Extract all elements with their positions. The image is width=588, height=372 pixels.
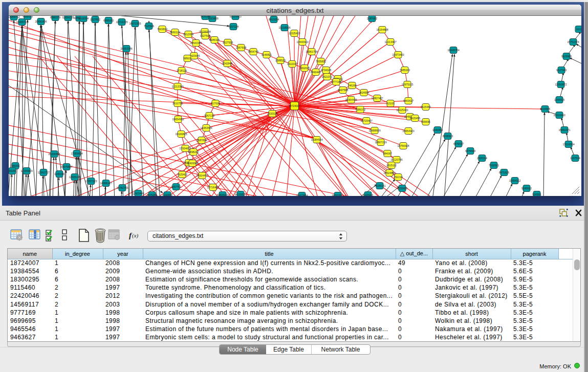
svg-text:10973493: 10973493 (392, 53, 404, 56)
svg-text:15751074: 15751074 (567, 40, 579, 43)
svg-text:1145194: 1145194 (54, 172, 64, 176)
svg-text:4192832: 4192832 (162, 193, 172, 196)
svg-text:1226916: 1226916 (363, 193, 373, 196)
svg-text:1733426: 1733426 (397, 187, 407, 190)
svg-text:18724007: 18724007 (289, 104, 300, 107)
svg-text:02654235: 02654235 (62, 16, 74, 19)
svg-text:5498222: 5498222 (188, 150, 199, 154)
svg-text:1244415: 1244415 (554, 98, 564, 101)
svg-text:7632621: 7632621 (489, 164, 499, 167)
svg-text:1588520: 1588520 (275, 59, 286, 62)
svg-text:19654952: 19654952 (172, 118, 184, 121)
svg-text:9327508: 9327508 (223, 41, 233, 44)
svg-text:14353594: 14353594 (200, 126, 212, 129)
svg-text:8471626: 8471626 (499, 171, 509, 174)
svg-text:19654923: 19654923 (402, 129, 414, 133)
svg-text:7663822: 7663822 (157, 28, 167, 31)
svg-text:6475255: 6475255 (147, 193, 157, 196)
svg-text:64139537: 64139537 (234, 193, 246, 196)
svg-text:7515546: 7515546 (144, 25, 154, 28)
svg-text:3215955: 3215955 (540, 107, 550, 111)
svg-text:9327505: 9327505 (200, 34, 210, 37)
svg-text:12409948: 12409948 (186, 162, 198, 165)
svg-text:19218506: 19218506 (278, 26, 290, 29)
svg-text:8386379: 8386379 (50, 16, 60, 19)
svg-text:7816184: 7816184 (200, 16, 210, 18)
svg-text:2530025: 2530025 (267, 112, 277, 115)
svg-text:64835030: 64835030 (216, 193, 228, 196)
svg-text:15720407: 15720407 (360, 119, 372, 122)
svg-text:13640910: 13640910 (296, 40, 308, 43)
svg-text:12213369: 12213369 (171, 85, 183, 88)
svg-text:14136141: 14136141 (374, 184, 385, 187)
svg-text:7625402: 7625402 (177, 173, 187, 176)
svg-text:7386372: 7386372 (355, 108, 365, 111)
svg-text:2935114: 2935114 (477, 157, 487, 160)
svg-text:9245612: 9245612 (521, 187, 532, 190)
svg-text:11325419: 11325419 (289, 32, 300, 35)
svg-text:62100: 62100 (387, 102, 395, 105)
svg-text:14055712: 14055712 (16, 20, 28, 24)
svg-text:19756928: 19756928 (397, 144, 409, 147)
svg-text:1322037: 1322037 (287, 62, 297, 65)
svg-text:20364436: 20364436 (345, 98, 357, 101)
svg-text:1527602: 1527602 (90, 18, 100, 21)
svg-text:17359924: 17359924 (71, 152, 82, 155)
svg-text:1610755: 1610755 (172, 102, 183, 105)
svg-text:8660124: 8660124 (170, 31, 180, 34)
svg-text:16543382: 16543382 (190, 41, 202, 45)
svg-text:1112: 1112 (576, 28, 581, 31)
svg-text:8813054: 8813054 (269, 18, 279, 21)
svg-text:8186325: 8186325 (209, 38, 220, 41)
svg-text:12342757: 12342757 (37, 171, 49, 174)
svg-text:9657751: 9657751 (171, 185, 181, 188)
svg-text:8454749: 8454749 (248, 50, 258, 53)
svg-text:10025433: 10025433 (396, 108, 408, 112)
svg-text:17004678: 17004678 (179, 147, 191, 150)
svg-text:9600133: 9600133 (23, 16, 33, 18)
svg-text:252214: 252214 (394, 176, 402, 179)
svg-text:16671355: 16671355 (129, 22, 141, 25)
svg-text:185001: 185001 (11, 164, 19, 167)
svg-text:9474444: 9474444 (465, 149, 475, 152)
svg-text:899695: 899695 (421, 120, 430, 123)
svg-text:9734028: 9734028 (321, 69, 331, 72)
svg-text:15716485: 15716485 (207, 186, 219, 189)
svg-text:9463627: 9463627 (403, 99, 413, 102)
svg-text:10719155: 10719155 (116, 20, 127, 24)
svg-text:20691406: 20691406 (35, 20, 47, 23)
svg-text:19384554: 19384554 (311, 138, 322, 141)
svg-text:3267130: 3267130 (204, 114, 214, 117)
svg-text:6497568: 6497568 (338, 89, 348, 92)
svg-text:16648784: 16648784 (447, 49, 459, 52)
svg-text:16782759: 16782759 (116, 186, 128, 189)
svg-text:15692971: 15692971 (558, 128, 570, 132)
svg-text:9115460: 9115460 (421, 105, 431, 108)
svg-text:924561: 924561 (532, 193, 541, 196)
svg-text:12975115: 12975115 (402, 83, 413, 86)
svg-text:9329966: 9329966 (561, 55, 572, 58)
svg-text:9777169: 9777169 (331, 80, 341, 83)
svg-text:1640954: 1640954 (432, 128, 443, 132)
svg-text:12505135: 12505135 (69, 176, 80, 179)
svg-text:5587831: 5587831 (197, 139, 207, 142)
svg-text:8990443: 8990443 (311, 71, 321, 74)
svg-text:72423884: 72423884 (296, 194, 308, 196)
svg-text:26053346: 26053346 (120, 47, 132, 50)
svg-text:93103413: 93103413 (229, 16, 241, 18)
svg-text:1167534: 1167534 (570, 157, 580, 160)
svg-text:984067: 984067 (383, 152, 391, 155)
svg-text:39975887: 39975887 (60, 165, 72, 168)
svg-text:98901: 98901 (184, 57, 191, 60)
svg-text:12093872: 12093872 (555, 83, 567, 86)
svg-text:17016504: 17016504 (562, 143, 574, 146)
svg-text:7485003: 7485003 (400, 69, 410, 72)
svg-text:9146821: 9146821 (262, 53, 272, 56)
svg-text:10807487: 10807487 (371, 97, 383, 100)
svg-text:1615594: 1615594 (78, 17, 89, 20)
svg-text:8938923: 8938923 (443, 135, 453, 138)
svg-text:14958147: 14958147 (100, 182, 112, 185)
svg-text:10688609: 10688609 (368, 129, 380, 132)
svg-text:746266: 746266 (347, 84, 356, 87)
svg-text:8912954: 8912954 (183, 33, 193, 36)
